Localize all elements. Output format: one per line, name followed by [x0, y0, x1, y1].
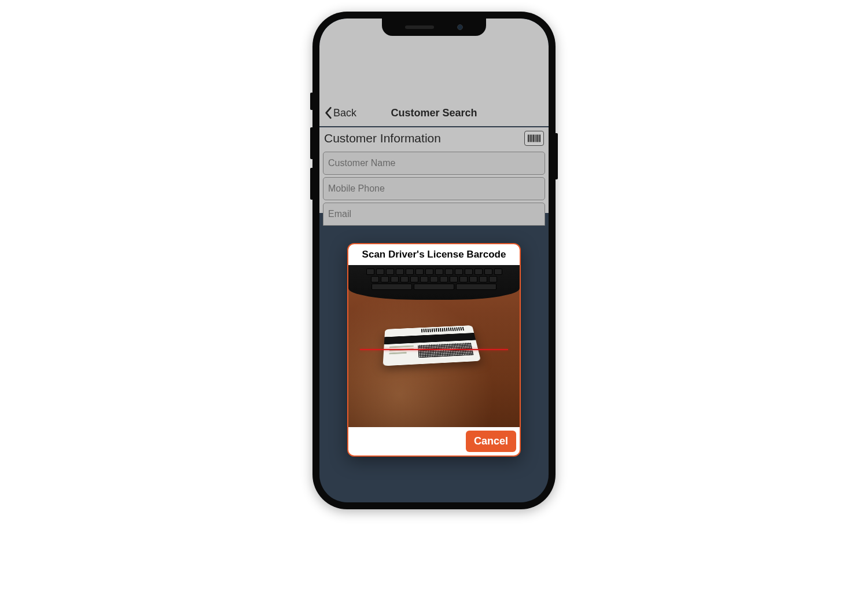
scan-license-modal: Scan Driver's License Barcode — [347, 243, 521, 457]
form-area: Customer Information — [319, 127, 549, 213]
barcode-icon — [528, 134, 540, 142]
scan-barcode-button[interactable] — [524, 131, 544, 146]
camera-background-keyboard — [348, 265, 520, 300]
camera-preview — [348, 265, 520, 427]
scan-guide-line — [360, 349, 508, 350]
navigation-bar: Back Customer Search — [319, 100, 549, 127]
svg-rect-3 — [532, 135, 532, 142]
mobile-phone-placeholder: Mobile Phone — [328, 183, 385, 194]
pdf417-barcode — [418, 343, 474, 358]
mobile-phone-field[interactable]: Mobile Phone — [323, 177, 545, 200]
svg-rect-6 — [536, 135, 536, 142]
phone-screen: Back Customer Search Customer Informatio… — [319, 19, 549, 502]
section-heading: Customer Information — [324, 131, 441, 145]
mute-switch — [310, 93, 312, 110]
volume-up-button — [310, 127, 312, 159]
svg-rect-2 — [531, 135, 532, 142]
back-button[interactable]: Back — [324, 106, 356, 119]
card-text-lines — [389, 346, 414, 359]
back-label: Back — [333, 107, 356, 119]
email-placeholder: Email — [328, 209, 351, 219]
chevron-left-icon — [324, 106, 332, 119]
svg-rect-1 — [529, 135, 530, 142]
svg-rect-8 — [538, 135, 539, 142]
power-button — [556, 133, 558, 179]
modal-title: Scan Driver's License Barcode — [348, 244, 520, 265]
svg-rect-5 — [535, 135, 535, 142]
card-top-barcode — [421, 327, 465, 332]
email-field[interactable]: Email — [323, 203, 545, 226]
svg-rect-4 — [533, 135, 534, 142]
speaker-grille — [405, 25, 434, 29]
front-camera — [457, 24, 463, 30]
svg-rect-7 — [537, 135, 538, 142]
svg-rect-0 — [528, 135, 529, 142]
license-card — [383, 325, 481, 366]
customer-name-field[interactable]: Customer Name — [323, 152, 545, 175]
volume-down-button — [310, 168, 312, 200]
cancel-button[interactable]: Cancel — [466, 431, 516, 452]
notch — [382, 19, 486, 36]
customer-name-placeholder: Customer Name — [328, 158, 395, 168]
phone-frame: Back Customer Search Customer Informatio… — [312, 12, 556, 509]
svg-rect-9 — [539, 135, 540, 142]
